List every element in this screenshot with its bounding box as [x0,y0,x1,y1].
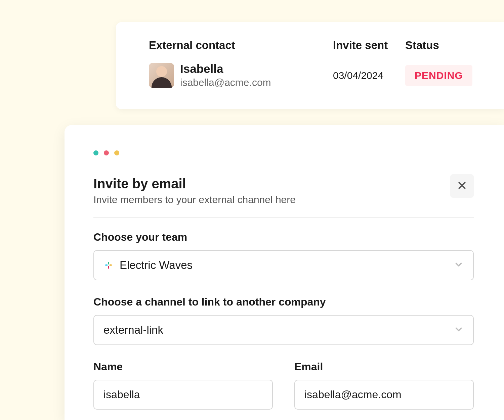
invite-sent-cell: 03/04/2024 [333,70,405,81]
window-dot-pink-icon [104,150,109,155]
table-header: External contact Invite sent Status [149,39,474,52]
svg-rect-2 [105,265,108,266]
team-select[interactable]: Electric Waves [93,250,474,280]
modal-subtitle: Invite members to your external channel … [93,194,296,205]
chevron-down-icon [454,324,464,336]
name-label: Name [93,361,273,373]
team-value: Electric Waves [120,259,193,272]
avatar [149,63,174,88]
table-row: Isabella isabella@acme.com 03/04/2024 PE… [149,62,474,89]
close-icon [457,180,467,192]
window-dot-yellow-icon [114,150,119,155]
window-dot-green-icon [93,150,98,155]
chevron-down-icon [454,260,464,271]
slack-icon [103,260,114,270]
external-contact-card: External contact Invite sent Status Isab… [116,22,504,109]
channel-label: Choose a channel to link to another comp… [93,296,474,308]
traffic-lights [93,150,474,155]
svg-rect-4 [108,262,109,265]
svg-rect-3 [110,265,112,266]
modal-header: Invite by email Invite members to your e… [93,176,474,218]
modal-title: Invite by email [93,176,296,191]
email-field[interactable] [294,380,474,410]
header-external-contact: External contact [149,39,333,52]
name-input[interactable] [93,380,273,410]
header-invite-sent: Invite sent [333,39,405,52]
invite-modal: Invite by email Invite members to your e… [65,125,504,420]
email-label: Email [294,361,474,373]
svg-rect-5 [108,266,109,269]
status-badge: PENDING [405,65,472,86]
team-label: Choose your team [93,231,474,243]
channel-select[interactable]: external-link [93,315,474,345]
header-status: Status [405,39,439,52]
contact-name: Isabella [180,62,271,76]
status-cell: PENDING [405,65,472,86]
contact-cell: Isabella isabella@acme.com [149,62,333,89]
channel-value: external-link [103,324,163,336]
close-button[interactable] [450,174,474,198]
contact-email: isabella@acme.com [180,76,271,89]
